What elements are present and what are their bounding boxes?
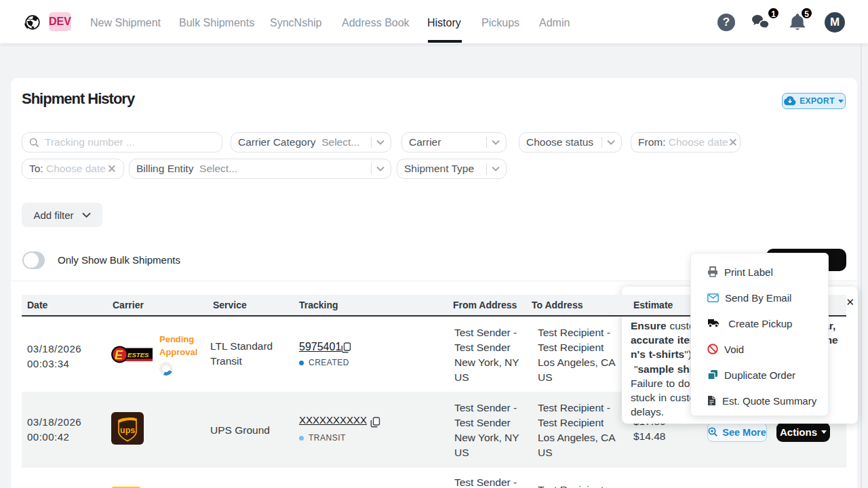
svg-text:E: E <box>115 348 123 362</box>
svg-text:ups: ups <box>120 426 135 435</box>
svg-text:ESTES: ESTES <box>127 351 149 359</box>
